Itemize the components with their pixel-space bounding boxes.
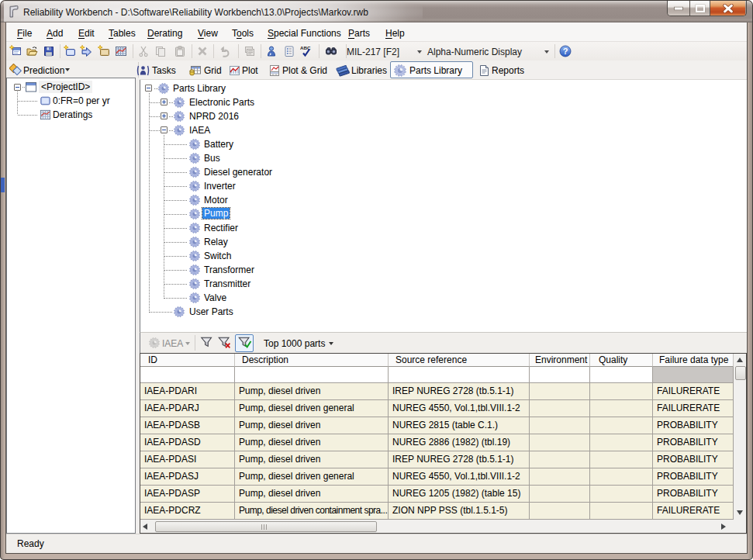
svg-text:?: ? [563, 47, 568, 56]
